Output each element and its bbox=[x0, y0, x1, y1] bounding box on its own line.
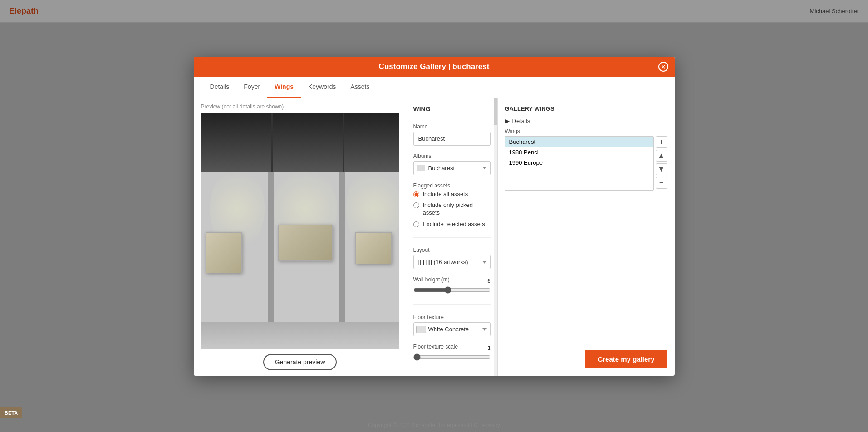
wall-height-value: 5 bbox=[487, 277, 490, 284]
exclude-rejected-option[interactable]: Exclude rejected assets bbox=[413, 221, 491, 228]
albums-field-group: Albums Bucharest bbox=[413, 153, 491, 175]
wings-row-label: Wings bbox=[505, 128, 667, 134]
details-toggle-label: Details bbox=[512, 118, 530, 124]
wings-panel-spacer bbox=[505, 239, 667, 343]
details-toggle[interactable]: ▶ Details bbox=[505, 118, 667, 124]
include-picked-radio[interactable] bbox=[413, 202, 419, 208]
modal-body: Preview (not all details are shown) bbox=[194, 98, 675, 376]
wing-option-1988pencil: 1988 Pencil bbox=[505, 147, 653, 157]
gallery-preview bbox=[201, 113, 399, 349]
wall-divider-2 bbox=[339, 172, 345, 322]
close-button[interactable]: ✕ bbox=[658, 62, 668, 72]
gallery-wings-panel: GALLERY WINGS ▶ Details Wings Bucharest … bbox=[498, 98, 675, 376]
wall-height-field-group: Wall height (m) 5 bbox=[413, 276, 491, 295]
wings-action-buttons: + ▲ ▼ − bbox=[656, 136, 667, 240]
floor-texture-scale-slider[interactable] bbox=[413, 353, 491, 361]
floor-texture-scale-label: Floor texture scale bbox=[413, 344, 458, 350]
flagged-assets-group: Flagged assets Include all assets Includ… bbox=[413, 182, 491, 229]
include-all-option[interactable]: Include all assets bbox=[413, 191, 491, 198]
albums-icon bbox=[417, 165, 425, 171]
floor-texture-scale-header: Floor texture scale 1 bbox=[413, 344, 491, 352]
wing-option-bucharest: Bucharest bbox=[505, 137, 653, 147]
tab-assets[interactable]: Assets bbox=[343, 77, 377, 98]
exclude-rejected-label: Exclude rejected assets bbox=[423, 221, 485, 228]
generate-preview-button[interactable]: Generate preview bbox=[263, 354, 337, 370]
modal-tabs: Details Foyer Wings Keywords Assets bbox=[194, 77, 675, 98]
tab-keywords[interactable]: Keywords bbox=[301, 77, 343, 98]
name-label: Name bbox=[413, 123, 491, 130]
tab-wings[interactable]: Wings bbox=[267, 77, 301, 98]
gallery-room bbox=[201, 113, 399, 349]
panel-scrollbar-thumb bbox=[494, 98, 497, 125]
gallery-floor bbox=[201, 322, 399, 349]
flagged-assets-label: Flagged assets bbox=[413, 182, 491, 189]
modal-overlay: Customize Gallery | bucharest ✕ Details … bbox=[0, 0, 868, 432]
wall-height-slider[interactable] bbox=[413, 286, 491, 294]
modal-title: Customize Gallery | bucharest bbox=[379, 62, 490, 71]
section-divider bbox=[413, 237, 491, 238]
floor-texture-dropdown-wrapper: White Concrete bbox=[413, 322, 491, 336]
name-input[interactable] bbox=[413, 132, 491, 146]
wings-list[interactable]: Bucharest 1988 Pencil 1990 Europe bbox=[505, 136, 654, 191]
include-all-radio[interactable] bbox=[413, 191, 419, 197]
chevron-up-icon: ▲ bbox=[658, 152, 665, 160]
floor-texture-scale-group: Floor texture scale 1 bbox=[413, 344, 491, 363]
tab-foyer[interactable]: Foyer bbox=[236, 77, 267, 98]
beta-badge: BETA bbox=[0, 407, 22, 418]
gallery-ceiling bbox=[201, 113, 399, 172]
modal: Customize Gallery | bucharest ✕ Details … bbox=[194, 57, 675, 376]
move-wing-up-button[interactable]: ▲ bbox=[656, 150, 667, 162]
artwork-2 bbox=[278, 225, 333, 261]
details-chevron-icon: ▶ bbox=[505, 118, 510, 124]
layout-label: Layout bbox=[413, 247, 491, 253]
albums-label: Albums bbox=[413, 153, 491, 159]
floor-texture-label: Floor texture bbox=[413, 314, 491, 320]
move-wing-down-button[interactable]: ▼ bbox=[656, 163, 667, 175]
wall-height-header: Wall height (m) 5 bbox=[413, 276, 491, 285]
name-field-group: Name bbox=[413, 123, 491, 146]
ceiling-beam-1 bbox=[271, 113, 273, 172]
wings-list-container: Bucharest 1988 Pencil 1990 Europe + ▲ ▼ … bbox=[505, 136, 667, 240]
artwork-1 bbox=[206, 232, 242, 273]
wall-divider-1 bbox=[268, 172, 274, 322]
layout-dropdown[interactable]: |||| |||| (16 artworks) bbox=[413, 255, 491, 269]
preview-panel: Preview (not all details are shown) bbox=[194, 98, 407, 376]
layout-field-group: Layout |||| |||| (16 artworks) bbox=[413, 247, 491, 269]
albums-dropdown-wrapper: Bucharest bbox=[413, 161, 491, 175]
exclude-rejected-radio[interactable] bbox=[413, 221, 419, 227]
section-divider-2 bbox=[413, 304, 491, 305]
wing-section-title: WING bbox=[413, 105, 491, 113]
ceiling-beam-2 bbox=[343, 113, 344, 172]
panel-scrollbar-track bbox=[494, 98, 497, 376]
add-wing-button[interactable]: + bbox=[656, 136, 667, 148]
modal-action-area: Create my gallery bbox=[505, 350, 667, 368]
floor-texture-field-group: Floor texture White Concrete bbox=[413, 314, 491, 336]
floor-texture-scale-value: 1 bbox=[487, 344, 490, 351]
preview-label: Preview (not all details are shown) bbox=[201, 103, 399, 110]
artwork-3 bbox=[355, 232, 392, 264]
gallery-wall bbox=[201, 172, 399, 322]
create-gallery-button[interactable]: Create my gallery bbox=[585, 350, 667, 368]
floor-texture-swatch bbox=[416, 326, 426, 333]
include-picked-option[interactable]: Include only picked assets bbox=[413, 201, 491, 217]
chevron-down-icon: ▼ bbox=[658, 165, 665, 173]
wing-option-1990europe: 1990 Europe bbox=[505, 157, 653, 168]
flagged-assets-radio-group: Include all assets Include only picked a… bbox=[413, 191, 491, 229]
include-all-label: Include all assets bbox=[423, 191, 468, 198]
tab-details[interactable]: Details bbox=[203, 77, 237, 98]
remove-wing-button[interactable]: − bbox=[656, 177, 667, 189]
wall-height-label: Wall height (m) bbox=[413, 276, 450, 283]
wing-settings-panel: WING Name Albums Bucharest bbox=[407, 98, 498, 376]
include-picked-label: Include only picked assets bbox=[423, 201, 491, 217]
gallery-wings-title: GALLERY WINGS bbox=[505, 105, 667, 112]
modal-header: Customize Gallery | bucharest ✕ bbox=[194, 57, 675, 77]
app-footer: Copyright © 2021 Scherotter Enterprises … bbox=[0, 422, 868, 428]
